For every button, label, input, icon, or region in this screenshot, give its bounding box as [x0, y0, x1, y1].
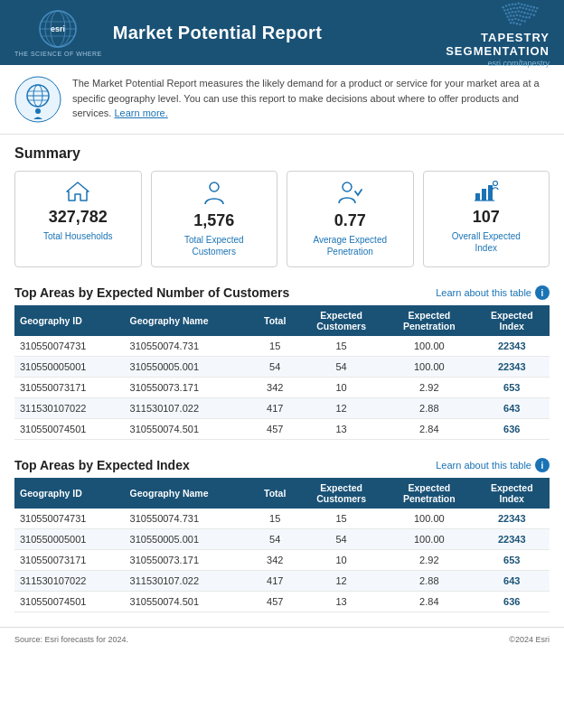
table-cell: 417 [251, 398, 298, 419]
table2-info-icon[interactable]: i [535, 458, 550, 472]
col-geo-name-2: Geography Name [125, 478, 252, 509]
table2-body: 310550074731310550074.7311515100.0022343… [14, 509, 550, 612]
table-row: 310550073171310550073.171342102.92653 [14, 378, 550, 398]
table-cell: 2.92 [384, 378, 474, 398]
table1-info-icon[interactable]: i [535, 285, 550, 300]
table-cell: 342 [251, 550, 298, 571]
table-cell: 2.88 [384, 398, 474, 419]
svg-point-67 [210, 182, 219, 191]
table-cell: 311530107022 [14, 571, 125, 592]
table-row: 310550005001310550005.0015454100.0022343 [14, 357, 550, 378]
svg-point-37 [523, 12, 526, 14]
summary-card-penetration: 0.77 Average ExpectedPenetration [287, 171, 414, 267]
table-row: 310550073171310550073.171342102.92653 [14, 550, 550, 571]
table2: Geography ID Geography Name Total Expect… [14, 478, 550, 612]
table-cell: 12 [298, 571, 384, 592]
page-header: esri THE SCIENCE OF WHERE Market Potenti… [0, 0, 564, 65]
summary-card-customers: 1,576 Total ExpectedCustomers [151, 171, 278, 267]
svg-point-59 [15, 77, 61, 122]
table-cell: 310550074.501 [125, 592, 252, 612]
table-cell: 457 [251, 592, 298, 612]
table-row: 310550074501310550074.501457132.84636 [14, 592, 550, 612]
table-cell: 2.88 [384, 571, 474, 592]
svg-point-26 [522, 7, 525, 10]
table-cell: 100.00 [384, 357, 474, 378]
table-cell: 310550074.731 [125, 336, 252, 357]
svg-rect-71 [488, 185, 493, 201]
table2-learn-about[interactable]: Learn about this table i [436, 458, 550, 472]
table2-header-row: Top Areas by Expected Index Learn about … [14, 458, 550, 472]
table-cell: 643 [474, 398, 550, 419]
svg-point-8 [502, 6, 504, 9]
svg-point-44 [516, 14, 519, 17]
svg-point-43 [512, 14, 515, 17]
table-cell: 54 [298, 529, 384, 550]
tapestry-title: TAPESTRY SEGMENTATION [446, 32, 550, 58]
table-cell: 22343 [474, 357, 550, 378]
table-cell: 10 [298, 550, 384, 571]
tapestry-url: esri.com/tapestry [487, 59, 550, 68]
table-cell: 2.84 [384, 419, 474, 440]
table-row: 310550005001310550005.0015454100.0022343 [14, 529, 550, 550]
table-cell: 457 [251, 419, 298, 440]
table-cell: 310550074731 [14, 336, 125, 357]
summary-card-index: 107 Overall ExpectedIndex [423, 171, 550, 267]
svg-point-73 [493, 182, 497, 186]
table-cell: 310550074501 [14, 419, 125, 440]
index-label: Overall ExpectedIndex [452, 230, 521, 254]
table1: Geography ID Geography Name Total Expect… [14, 305, 550, 440]
table-cell: 100.00 [384, 336, 474, 357]
svg-point-55 [510, 22, 512, 24]
svg-point-52 [517, 19, 520, 22]
table1-thead-row: Geography ID Geography Name Total Expect… [14, 305, 550, 336]
esri-tagline: THE SCIENCE OF WHERE [14, 51, 102, 57]
svg-point-39 [530, 14, 532, 16]
svg-point-58 [519, 23, 522, 26]
penetration-value: 0.77 [334, 211, 366, 230]
table-cell: 310550074501 [14, 592, 125, 612]
table-cell: 311530107.022 [125, 571, 252, 592]
households-value: 327,782 [49, 208, 108, 227]
svg-point-20 [503, 9, 506, 12]
table1-header-row: Top Areas by Expected Number of Customer… [14, 285, 550, 300]
svg-point-56 [512, 22, 515, 24]
svg-point-17 [530, 5, 532, 8]
table-cell: 311530107.022 [125, 398, 252, 419]
table1-learn-about[interactable]: Learn about this table i [436, 285, 550, 300]
summary-title: Summary [14, 145, 550, 162]
col-exp-pen-2: ExpectedPenetration [384, 478, 474, 509]
footer-source: Source: Esri forecasts for 2024. [14, 635, 128, 644]
svg-point-57 [516, 23, 519, 25]
svg-rect-69 [475, 193, 480, 201]
svg-point-29 [531, 9, 534, 12]
table-cell: 54 [251, 529, 298, 550]
intro-section: The Market Potential Report measures the… [0, 65, 564, 135]
svg-point-30 [534, 10, 537, 13]
svg-point-27 [525, 8, 528, 11]
table-row: 310550074501310550074.501457132.84636 [14, 419, 550, 440]
learn-more-link[interactable]: Learn more. [114, 107, 167, 118]
footer-copyright: ©2024 Esri [509, 635, 550, 644]
table-cell: 310550073.171 [125, 378, 252, 398]
svg-point-51 [514, 18, 517, 21]
svg-text:esri: esri [51, 24, 65, 33]
header-left: esri THE SCIENCE OF WHERE Market Potenti… [14, 9, 322, 57]
table-cell: 100.00 [384, 509, 474, 529]
chart-icon [474, 181, 499, 202]
table-cell: 310550073171 [14, 378, 125, 398]
table-cell: 311530107022 [14, 398, 125, 419]
table-cell: 10 [298, 378, 384, 398]
col-exp-cust-1: ExpectedCustomers [298, 305, 384, 336]
table-cell: 310550074.501 [125, 419, 252, 440]
svg-point-65 [35, 108, 41, 114]
table-cell: 310550073171 [14, 550, 125, 571]
svg-point-54 [523, 20, 526, 23]
page-footer: Source: Esri forecasts for 2024. ©2024 E… [0, 627, 564, 651]
svg-point-33 [512, 11, 514, 14]
col-total-1: Total [251, 305, 298, 336]
table-cell: 310550005001 [14, 357, 125, 378]
table-cell: 12 [298, 398, 384, 419]
svg-point-34 [514, 11, 517, 14]
tapestry-branding: TAPESTRY SEGMENTATION esri.com/tapestry [446, 0, 550, 68]
table1-body: 310550074731310550074.7311515100.0022343… [14, 336, 550, 440]
